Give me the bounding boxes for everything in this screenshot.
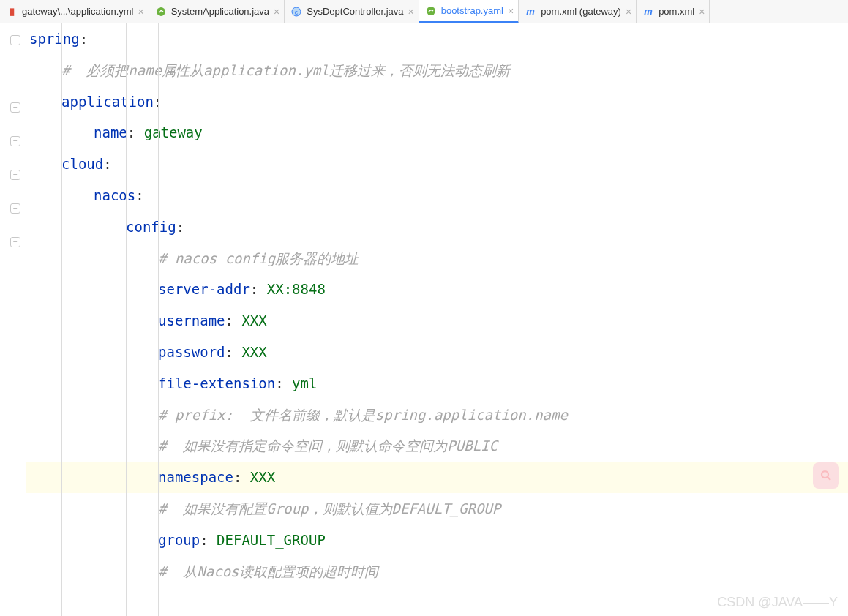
yaml-value: XXX — [250, 469, 275, 485]
code-line[interactable]: # prefix: 文件名前缀，默认是spring.application.na… — [26, 399, 848, 431]
close-icon[interactable]: × — [626, 6, 631, 18]
colon: : — [103, 156, 111, 172]
tab-label: SysDeptController.java — [307, 6, 403, 17]
colon: : — [275, 375, 283, 391]
yaml-key: server-addr — [158, 281, 250, 297]
svg-line-5 — [828, 477, 830, 480]
close-icon[interactable]: × — [408, 6, 413, 18]
svg-point-0 — [157, 7, 165, 16]
file-tab[interactable]: bootstrap.yaml× — [419, 0, 519, 23]
file-tab[interactable]: ▮gateway\...\application.yml× — [0, 0, 149, 23]
code-line[interactable]: # 从Nacos读取配置项的超时时间 — [26, 556, 848, 587]
comment: # 从Nacos读取配置项的超时时间 — [158, 563, 378, 579]
m-icon: m — [525, 6, 536, 18]
file-tab[interactable]: mpom.xml× — [637, 0, 710, 23]
code-line[interactable]: file-extension: yml — [26, 368, 848, 399]
yaml-value: yml — [292, 375, 317, 391]
fold-marker[interactable]: − — [10, 170, 20, 180]
file-tab[interactable]: cSysDeptController.java× — [285, 0, 419, 23]
yaml-value: XX:8848 — [267, 281, 326, 297]
code-line[interactable]: spring: — [26, 23, 848, 55]
yaml-key: password — [158, 344, 225, 360]
yaml-key: file-extension — [158, 375, 275, 391]
close-icon[interactable]: × — [138, 6, 143, 18]
code-line[interactable]: # 必须把name属性从application.yml迁移过来，否则无法动态刷新 — [26, 55, 848, 86]
comment: # 如果没有配置Group，则默认值为DEFAULT_GROUP — [158, 500, 500, 517]
search-icon — [819, 469, 833, 482]
code-line[interactable]: # nacos config服务器的地址 — [26, 243, 848, 274]
code-line[interactable]: config: — [26, 211, 848, 243]
code-line[interactable]: password: XXX — [26, 337, 848, 368]
code-line[interactable]: # 如果没有配置Group，则默认值为DEFAULT_GROUP — [26, 493, 848, 525]
colon: : — [176, 219, 184, 235]
java-icon: c — [290, 6, 302, 18]
code-line[interactable]: name: gateway — [26, 117, 848, 149]
svg-point-3 — [427, 7, 435, 15]
close-icon[interactable]: × — [699, 6, 705, 18]
tabs-bar: ▮gateway\...\application.yml×SystemAppli… — [0, 0, 848, 23]
comment: # nacos config服务器的地址 — [158, 250, 359, 266]
yaml-key: namespace — [158, 469, 233, 485]
yaml-key: spring — [29, 31, 80, 47]
fold-marker[interactable]: − — [10, 35, 20, 45]
colon: : — [200, 532, 208, 548]
yaml-key: config — [126, 219, 176, 235]
watermark: CSDN @JAVA——Y — [717, 595, 838, 610]
file-tab[interactable]: mpom.xml (gateway)× — [519, 0, 637, 23]
yaml-key: group — [158, 532, 200, 548]
svg-text:c: c — [295, 9, 299, 16]
search-button[interactable] — [813, 462, 839, 489]
comment: # 如果没有指定命令空间，则默认命令空间为PUBLIC — [158, 437, 498, 454]
yaml-key: nacos — [94, 187, 135, 203]
code-line[interactable]: nacos: — [26, 180, 848, 211]
close-icon[interactable]: × — [274, 6, 279, 18]
fold-marker[interactable]: − — [10, 102, 20, 113]
gutter: −−−−−− — [0, 23, 26, 616]
colon: : — [225, 344, 233, 360]
yaml-key: application — [61, 94, 154, 110]
yaml-value: gateway — [144, 124, 203, 140]
fold-marker[interactable]: − — [10, 237, 20, 247]
colon: : — [80, 31, 88, 47]
yaml-value: XXX — [241, 344, 266, 360]
code-line[interactable]: cloud: — [26, 149, 848, 180]
tab-label: bootstrap.yaml — [441, 5, 503, 16]
colon: : — [250, 281, 258, 297]
code-line[interactable]: server-addr: XX:8848 — [26, 274, 848, 305]
close-icon[interactable]: × — [508, 5, 514, 17]
yaml-value: XXX — [241, 312, 266, 328]
tab-label: SystemApplication.java — [171, 6, 269, 17]
file-tab[interactable]: SystemApplication.java× — [149, 0, 285, 23]
spring-icon — [425, 5, 437, 17]
comment: # 必须把name属性从application.yml迁移过来，否则无法动态刷新 — [61, 62, 510, 78]
colon: : — [135, 187, 143, 203]
colon: : — [225, 312, 233, 328]
svg-point-4 — [822, 471, 828, 478]
yaml-key: username — [158, 312, 225, 328]
yaml-icon: ▮ — [6, 6, 18, 18]
code-line[interactable]: username: XXX — [26, 305, 848, 337]
tab-label: pom.xml (gateway) — [541, 6, 621, 17]
colon: : — [233, 469, 241, 485]
code-line[interactable]: namespace: XXX — [26, 462, 848, 493]
code-line[interactable]: application: — [26, 86, 848, 118]
fold-marker[interactable]: − — [10, 136, 20, 146]
comment: # prefix: 文件名前缀，默认是spring.application.na… — [158, 407, 568, 423]
code-line[interactable]: group: DEFAULT_GROUP — [26, 525, 848, 556]
tab-label: gateway\...\application.yml — [22, 6, 133, 17]
m-icon: m — [642, 6, 654, 18]
code-line[interactable]: # 如果没有指定命令空间，则默认命令空间为PUBLIC — [26, 430, 848, 462]
code-editor[interactable]: spring:# 必须把name属性从application.yml迁移过来，否… — [26, 23, 848, 616]
spring-icon — [155, 6, 167, 18]
yaml-key: name — [94, 124, 127, 140]
tab-label: pom.xml — [658, 6, 694, 17]
colon: : — [127, 124, 135, 140]
yaml-key: cloud — [61, 156, 103, 172]
fold-marker[interactable]: − — [10, 203, 20, 214]
yaml-value: DEFAULT_GROUP — [217, 532, 326, 548]
